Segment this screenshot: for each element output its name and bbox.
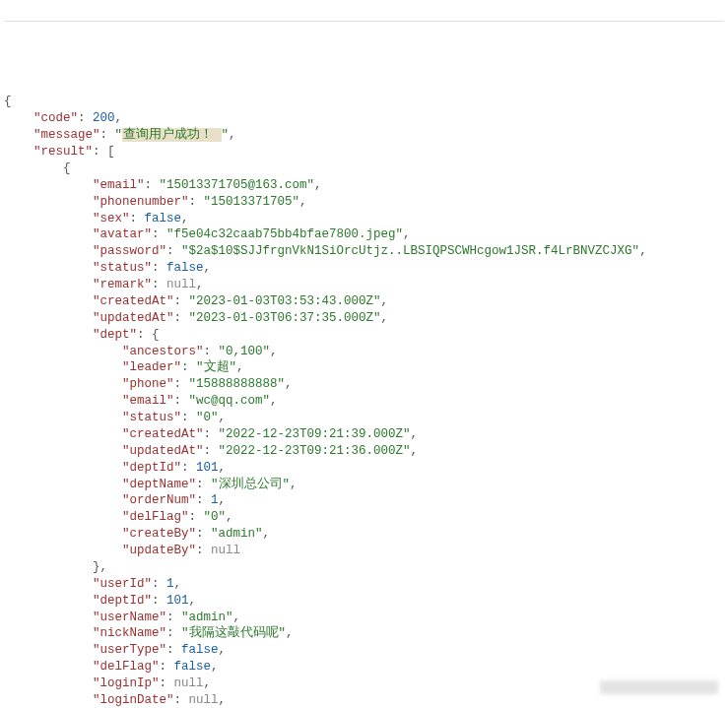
json-key: "deptId" [93, 594, 152, 608]
json-key: "dept" [93, 328, 137, 342]
json-string: "admin" [181, 611, 233, 624]
json-key: "loginDate" [93, 693, 174, 707]
json-key: "code" [33, 111, 78, 125]
json-number: 101 [166, 594, 189, 608]
json-null: null [211, 544, 240, 557]
json-boolean: false [174, 660, 212, 674]
json-key: "deptName" [122, 478, 196, 491]
json-key: "status" [122, 411, 181, 424]
json-string: "f5e04c32caab75bb4bfae7800.jpeg" [166, 227, 403, 241]
json-null: null [166, 278, 196, 291]
json-key: "ancestors" [122, 345, 204, 358]
json-string: "0,100" [219, 345, 271, 358]
json-string: "深圳总公司" [211, 478, 290, 491]
json-string: "15013371705@163.com" [160, 178, 315, 192]
json-key: "deptId" [122, 461, 181, 475]
json-key: "createBy" [122, 527, 196, 541]
json-key: "userId" [93, 577, 152, 591]
json-key: "orderNum" [122, 493, 196, 507]
json-number: 1 [166, 577, 174, 591]
json-key: "avatar" [93, 227, 152, 241]
top-divider [4, 21, 724, 24]
json-key: "email" [122, 394, 174, 408]
json-key: "email" [93, 178, 145, 192]
json-string: "2023-01-03T03:53:43.000Z" [189, 294, 381, 308]
json-key: "userType" [93, 643, 166, 657]
json-string: "15888888888" [189, 377, 286, 391]
json-string: "wc@qq.com" [189, 394, 271, 408]
json-key: "updateBy" [122, 544, 196, 557]
json-key: "password" [93, 244, 166, 258]
json-key: "status" [93, 261, 152, 275]
json-string: "文超" [196, 360, 236, 374]
json-string: "15013371705" [204, 195, 300, 209]
json-key: "nickName" [93, 626, 166, 640]
json-key: "userName" [93, 611, 166, 624]
json-boolean: false [145, 212, 182, 225]
json-null: null [189, 693, 219, 707]
json-null: null [174, 676, 204, 690]
json-string: "我隔这敲代码呢" [181, 626, 286, 640]
json-string: "admin" [211, 527, 263, 541]
json-number: 200 [93, 111, 115, 125]
json-boolean: false [181, 643, 219, 657]
json-key: "updatedAt" [93, 311, 174, 325]
json-key: "leader" [122, 360, 181, 374]
json-key: "updatedAt" [122, 444, 204, 458]
json-string: "2022-12-23T09:21:36.000Z" [219, 444, 411, 458]
json-key: "delFlag" [122, 510, 189, 524]
json-string: "2023-01-03T06:37:35.000Z" [189, 311, 381, 325]
json-key: "createdAt" [93, 294, 174, 308]
json-key: "phonenumber" [93, 195, 189, 209]
json-key: "delFlag" [93, 660, 160, 674]
json-key: "sex" [93, 212, 130, 225]
json-boolean: false [166, 261, 204, 275]
json-key: "result" [33, 145, 93, 159]
json-number: 101 [196, 461, 219, 475]
json-string: "0" [204, 510, 227, 524]
json-key: "message" [33, 128, 100, 142]
json-string: "0" [196, 411, 219, 424]
json-key: "loginIp" [93, 676, 160, 690]
json-key: "phone" [122, 377, 174, 391]
json-string-highlighted: 查询用户成功！ [122, 128, 222, 142]
json-string: "2022-12-23T09:21:39.000Z" [219, 427, 411, 441]
json-key: "remark" [93, 278, 152, 291]
json-number: 1 [211, 493, 219, 507]
json-key: "createdAt" [122, 427, 204, 441]
json-string: "$2a$10$SJJfrgnVkN1SiOrcUtjz..LBSIQPSCWH… [181, 244, 639, 258]
json-response-body[interactable]: { "code": 200, "message": "查询用户成功！ ", "r… [4, 94, 724, 708]
